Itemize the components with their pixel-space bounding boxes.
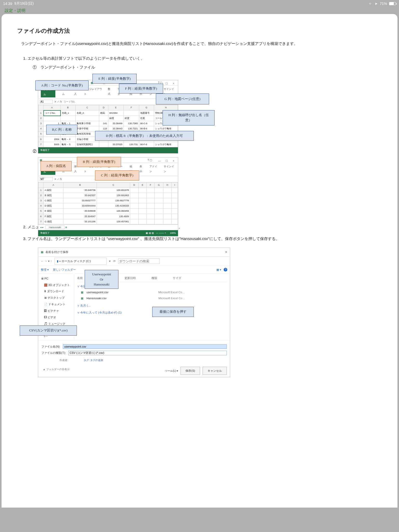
close-icon[interactable]: ✕ xyxy=(225,249,227,255)
namebox[interactable] xyxy=(40,100,53,104)
excel2-grid[interactable]: ABCDEFGHI 1A 病院33.648736130.651978 2B 病院… xyxy=(38,182,178,224)
save-button[interactable]: 保存(S) xyxy=(181,367,200,375)
table-row: 3C 病院33.89327777130.8827778 xyxy=(38,198,178,203)
table-row: 5E 病院33.548848130.360455 xyxy=(38,209,178,214)
table-row: 1A 病院33.648736130.651978 xyxy=(38,188,178,193)
save-dialog: ▦ 名前を付けて保存 ✕ ← → ▾ ↑ ▮ « ローカル ディスク (C:) … xyxy=(38,248,230,377)
page-title: ファイルの作成方法 xyxy=(17,27,382,35)
callout-F: F 列：経度(半角数字) xyxy=(119,84,163,94)
battery-pct: 71% xyxy=(380,2,387,6)
intro-text: ランデブーポイント・ファイル(userwaypoint.csv)と搬送先病院リス… xyxy=(17,40,382,48)
app-header: 設定・説明 xyxy=(0,7,399,14)
callout3-file: Userwaypoint Or Hansousaki xyxy=(85,270,118,289)
callout-BC: B,C 列：名称 xyxy=(46,125,77,135)
table-row: 1 コードNo. 名称_1 名称_2 標高 WGS84 地図番号 管轄消防 xyxy=(38,110,178,116)
callout-G: G 列：地図ページ(任意) xyxy=(156,94,209,105)
figure-1: E 列：緯度(半角数字) A 列：コード No.(半角数字) F 列：経度(半角… xyxy=(38,74,230,141)
callout3-save: 最後に保存を押す xyxy=(152,307,194,317)
list-item: ▦userwaypoint.csvMicrosoft Excel Co… xyxy=(77,289,227,295)
callout-D: D 列：標高 ft（半角数字）：未使用のため未入力可 xyxy=(95,131,194,141)
step-1: エクセル等の表計算ソフトで以下のようにデータを作成していく。 ① ランデブーポイ… xyxy=(28,55,382,217)
excel2-statusbar: 準備完了 ▦ ▤ ▥ — ─── + 100% xyxy=(38,230,178,236)
excel1-statusbar: 準備完了 xyxy=(38,147,178,153)
callout3-csv: CSV(カンマ区切り)(*.csv) xyxy=(20,325,77,336)
figure-2: A 列：病院名 B 列：緯度(半角数字) C 列：経度(半角数字) ▦ ? ▢ … xyxy=(38,157,230,217)
window-buttons[interactable]: — ☐ × xyxy=(158,158,176,163)
status-bar: 14:39 9月19日(日) ᯤ ➤ 71% xyxy=(0,0,399,7)
sheet-tab[interactable]: ◂ ▸ Hansousaki ⊕ xyxy=(38,224,178,230)
status-date: 9月19日(日) xyxy=(14,1,34,6)
namebox[interactable] xyxy=(40,177,53,181)
cancel-button[interactable]: キャンセル xyxy=(203,367,227,375)
dialog-toolbar[interactable]: 整理 ▾ 新しいフォルダー ▦ ▾ ? xyxy=(38,266,230,274)
callout2-B: B 列：緯度(半角数字) xyxy=(77,157,121,167)
callout-H: H 列：無線呼び出し名（任意） xyxy=(163,110,215,126)
location-icon: ➤ xyxy=(375,2,378,6)
table-row: 75005亀有－５笹塚村民動関口33.37025130.73190-F-6ショウ… xyxy=(38,142,178,147)
search-input[interactable] xyxy=(118,258,160,264)
step-3: ファイル名は、ランデブーポイントリストは "userwaypoint.csv" … xyxy=(28,235,382,341)
table-row: 2B 病院33.642337130.691863 xyxy=(38,193,178,198)
callout2-C: C 列：経度(半角数字) xyxy=(95,170,139,181)
status-time: 14:39 xyxy=(3,2,12,6)
document-sheet: ファイルの作成方法 ランデブーポイント・ファイル(userwaypoint.cs… xyxy=(2,14,397,508)
callout2-A: A 列：病院名 xyxy=(41,161,72,171)
filename-input[interactable] xyxy=(63,344,227,349)
figure-3: ▦ 名前を付けて保存 ✕ ← → ▾ ↑ ▮ « ローカル ディスク (C:) … xyxy=(38,248,230,341)
excel-icon: ▦ xyxy=(41,249,43,255)
dialog-nav[interactable]: ← → ▾ ↑ ▮ « ローカル ディスク (C:) ▾ ⟳ xyxy=(38,257,230,266)
steps-list: エクセル等の表計算ソフトで以下のようにデータを作成していく。 ① ランデブーポイ… xyxy=(17,55,382,341)
dialog-title: 名前を付けて保存 xyxy=(45,249,68,255)
battery-icon xyxy=(389,2,396,5)
callout-A: A 列：コード No.(半角数字) xyxy=(35,81,89,91)
table-row: 7G 病院33.101196130.457061 xyxy=(38,219,178,224)
filetype-select[interactable] xyxy=(68,351,227,355)
wifi-icon: ᯤ xyxy=(369,2,373,6)
list-item: ▦Hansousaki.csvMicrosoft Excel Co… xyxy=(77,295,227,301)
step1-sub1: ① ランデブーポイント・ファイル xyxy=(33,64,382,71)
callout-E: E 列：緯度(半角数字) xyxy=(92,74,137,84)
settings-help-link[interactable]: 設定・説明 xyxy=(5,8,25,14)
table-row: 2 緯度経度任意コールサイン xyxy=(38,116,178,121)
table-row: 4D 病院33.60944444130.4158333 xyxy=(38,203,178,209)
table-row: 6F 病院33.304547130.4609 xyxy=(38,214,178,219)
